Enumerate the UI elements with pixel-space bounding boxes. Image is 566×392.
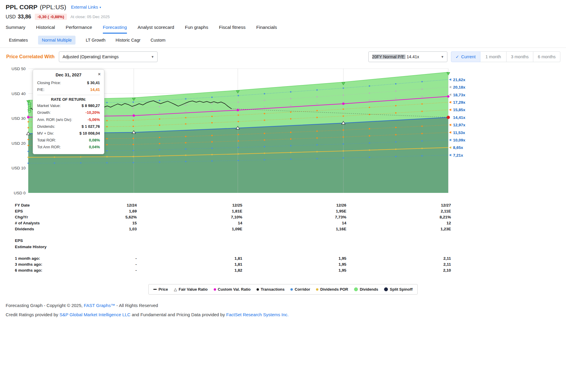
multiple-label: 10,09x (453, 138, 466, 142)
multiple-label: 7,21x (453, 153, 463, 158)
dividends-icon (354, 287, 358, 291)
cell: 12 (346, 220, 451, 226)
tab-fun-graphs[interactable]: Fun graphs (185, 25, 208, 34)
tooltip-row-label: Market Value: (37, 102, 61, 109)
legend-label: Corridor (295, 287, 310, 292)
table-row: EPS1,691,81E1,95E2,11E (15, 208, 451, 214)
tooltip-row-value: $ 10 008,04 (79, 130, 100, 137)
price-line-icon (153, 289, 157, 290)
period-toggle-group: ✓Current1 month3 months6 months (451, 51, 560, 62)
tab-analyst-scorecard[interactable]: Analyst scorecard (138, 25, 174, 34)
fast-graphs-link[interactable]: FAST Graphs™ (84, 303, 115, 308)
close-icon[interactable]: × (98, 72, 101, 77)
table-row: Chg/Yr5,62%7,10%7,73%8,21% (15, 214, 451, 220)
cell: 14 (242, 220, 346, 226)
corridor-icon (290, 288, 293, 291)
chevron-down-icon: ▼ (151, 55, 154, 59)
transactions-icon (257, 288, 259, 291)
tab-performance[interactable]: Performance (66, 25, 92, 34)
tooltip-row-label: P/E: (37, 86, 45, 93)
tooltip-row-value: 14,41 (90, 86, 100, 93)
table-row: FY Date12/2412/2512/2612/27 (15, 202, 451, 208)
tab-summary[interactable]: Summary (6, 25, 25, 34)
page-footer: Forecasting Graph - Copyright © 2025, FA… (0, 295, 566, 317)
row-label: FY Date (15, 202, 71, 208)
row-label: # of Analysts (15, 220, 71, 226)
cell: 12/25 (137, 202, 242, 208)
period-button-current[interactable]: ✓Current (451, 51, 480, 62)
subtab-custom[interactable]: Custom (151, 38, 166, 42)
chevron-down-icon: ▼ (441, 55, 444, 59)
cell: 1,09E (137, 226, 242, 232)
tab-forecasting[interactable]: Forecasting (103, 25, 127, 34)
legend-label: Price (158, 287, 168, 292)
period-button-6-months[interactable]: 6 months (533, 51, 560, 62)
cell: 2,10 (346, 267, 451, 273)
legend-item-price: Price (153, 287, 168, 292)
tab-historical[interactable]: Historical (36, 25, 55, 34)
subtab-estimates[interactable]: Estimates (9, 38, 28, 42)
cell: 12/24 (71, 202, 137, 208)
legend-item-corridor: Corridor (290, 287, 310, 292)
row-label: 3 months ago: (15, 262, 71, 267)
estimate-history-title: EPS Estimate History (15, 237, 566, 250)
multiple-label: 15,85x (453, 108, 466, 112)
main-tabs: SummaryHistoricalPerformanceForecastingA… (0, 20, 566, 34)
tooltip-row: Market Value:$ 8 980,27 (37, 102, 100, 109)
multiple-label: 20,18x (453, 85, 466, 89)
period-button-1-month[interactable]: 1 month (480, 51, 507, 62)
external-links-dropdown[interactable]: External Links ▾ (71, 5, 101, 10)
custom-val-ratio-icon (214, 288, 216, 291)
multiple-label: 18,73x (453, 93, 466, 97)
table-row: 6 months ago:-1,821,952,10 (15, 267, 451, 273)
dividend-marker (28, 110, 31, 113)
normal-pe-value: 14.41x (407, 54, 419, 59)
subtab-historic-cagr[interactable]: Historic Cagr (116, 38, 141, 42)
tooltip-row-value: -10,20% (86, 109, 100, 116)
subtab-normal-multiple[interactable]: Normal Multiple (38, 36, 76, 45)
tooltip-row-value: 0,04% (89, 144, 100, 150)
factset-link[interactable]: FactSet Research Systems Inc. (226, 312, 289, 317)
earnings-metric-dropdown[interactable]: Adjusted (Operating) Earnings ▼ (59, 51, 158, 62)
tooltip-row: MV + Div:$ 10 008,04 (37, 130, 100, 137)
earnings-metric-value: Adjusted (Operating) Earnings (63, 54, 119, 59)
sp-global-link[interactable]: S&P Global Market Intelligence LLC (59, 312, 131, 317)
row-label: 6 months ago: (15, 267, 71, 273)
data-provider-text: and Fundamental and Pricing Data provide… (131, 312, 226, 317)
legend-item-split-spinoff: Split Spinoff (384, 287, 413, 292)
y-axis-label: USD 20 (12, 141, 26, 146)
tooltip-row-value: $ 8 980,27 (82, 102, 100, 109)
tooltip-row-value: $ 30,41 (87, 79, 100, 86)
cell: 7,10% (137, 214, 242, 220)
subtab-lt-growth[interactable]: LT Growth (86, 38, 105, 42)
tooltip-section-title: RATE OF RETURN: (37, 95, 100, 102)
tab-fiscal-fitness[interactable]: Fiscal fitness (219, 25, 246, 34)
legend-item-dividends-por: Dividends POR (316, 287, 348, 292)
cell: 7,73% (242, 214, 346, 220)
at-close-text: At close: 05 Dec 2025 (70, 15, 110, 19)
y-axis-label: USD 40 (12, 92, 26, 96)
normal-pe-dropdown[interactable]: 20FY Normal P/E: 14.41x ▼ (368, 51, 447, 62)
legend-label: Dividends POR (320, 287, 348, 292)
tooltip-row: Ann. ROR (w/o Div):-5,06% (37, 116, 100, 123)
period-button-3-months[interactable]: 3 months (507, 51, 534, 62)
cell: - (71, 267, 137, 273)
tooltip-row-label: Tot Ann ROR: (37, 144, 61, 150)
cell: 2,11 (346, 256, 451, 262)
period-button-label: 1 month (485, 54, 501, 59)
cell: 1,81E (137, 208, 242, 214)
fair-value-triangle-icon: △ (174, 287, 177, 291)
tooltip-row-label: Ann. ROR (w/o Div): (37, 116, 72, 123)
cell: 1,81 (137, 256, 242, 262)
multiple-label: 8,65x (453, 145, 463, 150)
row-label: 1 month ago: (15, 256, 71, 262)
ticker-symbol: (PPL:US) (40, 4, 66, 11)
cell: 1,82 (137, 267, 242, 273)
tooltip-row: Dividends:$ 1 027,76 (37, 123, 100, 130)
cell: 8,21% (346, 214, 451, 220)
cell: 2,11 (346, 262, 451, 267)
y-axis-label: USD 30 (12, 116, 26, 121)
tab-financials[interactable]: Financials (256, 25, 277, 34)
dividends-por-icon (316, 288, 318, 291)
cell: 15 (71, 220, 137, 226)
